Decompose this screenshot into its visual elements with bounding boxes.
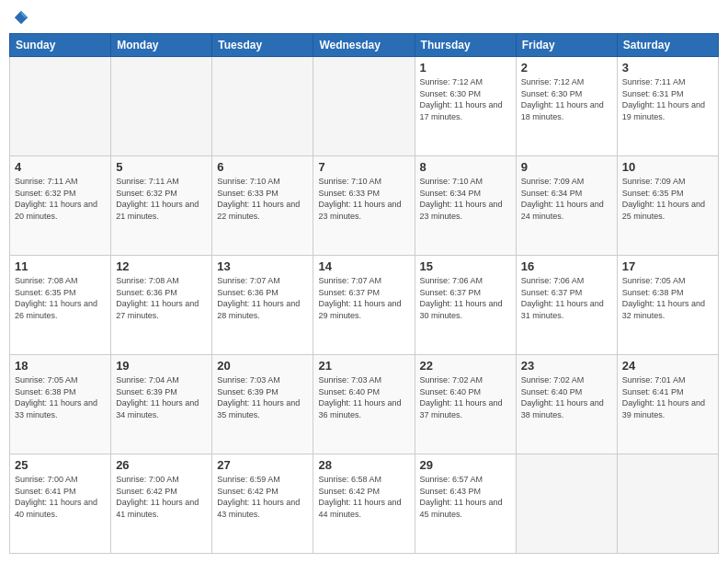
table-row: 11Sunrise: 7:08 AM Sunset: 6:35 PM Dayli… [10,256,111,355]
day-number: 11 [15,259,106,273]
day-number: 4 [15,160,106,174]
day-number: 27 [217,458,308,472]
table-row: 25Sunrise: 7:00 AM Sunset: 6:41 PM Dayli… [10,454,111,554]
day-info: Sunrise: 7:08 AM Sunset: 6:36 PM Dayligh… [116,275,207,321]
table-row [111,57,212,156]
table-row: 18Sunrise: 7:05 AM Sunset: 6:38 PM Dayli… [10,355,111,454]
table-row: 19Sunrise: 7:04 AM Sunset: 6:39 PM Dayli… [111,355,212,454]
table-row: 12Sunrise: 7:08 AM Sunset: 6:36 PM Dayli… [111,256,212,355]
day-info: Sunrise: 7:10 AM Sunset: 6:34 PM Dayligh… [420,176,511,222]
page: Sunday Monday Tuesday Wednesday Thursday… [0,0,728,563]
calendar-table: Sunday Monday Tuesday Wednesday Thursday… [9,33,719,554]
day-number: 2 [521,61,612,75]
day-info: Sunrise: 7:09 AM Sunset: 6:34 PM Dayligh… [521,176,612,222]
col-sunday: Sunday [10,34,111,57]
day-info: Sunrise: 7:03 AM Sunset: 6:39 PM Dayligh… [217,374,308,420]
day-info: Sunrise: 7:04 AM Sunset: 6:39 PM Dayligh… [116,374,207,420]
col-thursday: Thursday [415,34,516,57]
day-number: 10 [622,160,713,174]
day-info: Sunrise: 7:03 AM Sunset: 6:40 PM Dayligh… [318,374,409,420]
table-row: 3Sunrise: 7:11 AM Sunset: 6:31 PM Daylig… [617,57,718,156]
col-friday: Friday [516,34,617,57]
day-number: 26 [116,458,207,472]
calendar-week-row: 25Sunrise: 7:00 AM Sunset: 6:41 PM Dayli… [10,454,719,554]
day-number: 1 [420,61,511,75]
table-row: 22Sunrise: 7:02 AM Sunset: 6:40 PM Dayli… [415,355,516,454]
col-tuesday: Tuesday [212,34,313,57]
day-info: Sunrise: 7:07 AM Sunset: 6:37 PM Dayligh… [318,275,409,321]
table-row: 27Sunrise: 6:59 AM Sunset: 6:42 PM Dayli… [212,454,313,554]
day-info: Sunrise: 7:06 AM Sunset: 6:37 PM Dayligh… [420,275,511,321]
day-number: 13 [217,259,308,273]
calendar-header-row: Sunday Monday Tuesday Wednesday Thursday… [10,34,719,57]
day-info: Sunrise: 7:11 AM Sunset: 6:32 PM Dayligh… [116,176,207,222]
day-number: 8 [420,160,511,174]
day-number: 29 [420,458,511,472]
table-row: 20Sunrise: 7:03 AM Sunset: 6:39 PM Dayli… [212,355,313,454]
calendar-week-row: 1Sunrise: 7:12 AM Sunset: 6:30 PM Daylig… [10,57,719,156]
col-wednesday: Wednesday [313,34,415,57]
table-row: 26Sunrise: 7:00 AM Sunset: 6:42 PM Dayli… [111,454,212,554]
table-row [516,454,617,554]
day-number: 14 [318,259,409,273]
logo [13,9,31,26]
table-row: 8Sunrise: 7:10 AM Sunset: 6:34 PM Daylig… [415,156,516,256]
col-monday: Monday [111,34,212,57]
day-info: Sunrise: 7:10 AM Sunset: 6:33 PM Dayligh… [318,176,409,222]
table-row: 1Sunrise: 7:12 AM Sunset: 6:30 PM Daylig… [415,57,516,156]
day-number: 18 [15,359,106,373]
table-row: 24Sunrise: 7:01 AM Sunset: 6:41 PM Dayli… [617,355,718,454]
day-info: Sunrise: 6:57 AM Sunset: 6:43 PM Dayligh… [420,474,511,520]
table-row: 9Sunrise: 7:09 AM Sunset: 6:34 PM Daylig… [516,156,617,256]
table-row [212,57,313,156]
day-number: 15 [420,259,511,273]
day-number: 28 [318,458,409,472]
day-info: Sunrise: 7:02 AM Sunset: 6:40 PM Dayligh… [420,374,511,420]
day-info: Sunrise: 7:02 AM Sunset: 6:40 PM Dayligh… [521,374,612,420]
day-info: Sunrise: 7:05 AM Sunset: 6:38 PM Dayligh… [15,374,106,420]
table-row: 5Sunrise: 7:11 AM Sunset: 6:32 PM Daylig… [111,156,212,256]
table-row: 2Sunrise: 7:12 AM Sunset: 6:30 PM Daylig… [516,57,617,156]
calendar-week-row: 4Sunrise: 7:11 AM Sunset: 6:32 PM Daylig… [10,156,719,256]
day-number: 6 [217,160,308,174]
day-number: 16 [521,259,612,273]
table-row [617,454,718,554]
day-info: Sunrise: 7:00 AM Sunset: 6:42 PM Dayligh… [116,474,207,520]
table-row: 14Sunrise: 7:07 AM Sunset: 6:37 PM Dayli… [313,256,415,355]
table-row: 21Sunrise: 7:03 AM Sunset: 6:40 PM Dayli… [313,355,415,454]
day-number: 22 [420,359,511,373]
day-info: Sunrise: 7:01 AM Sunset: 6:41 PM Dayligh… [622,374,713,420]
table-row: 10Sunrise: 7:09 AM Sunset: 6:35 PM Dayli… [617,156,718,256]
day-info: Sunrise: 6:58 AM Sunset: 6:42 PM Dayligh… [318,474,409,520]
day-info: Sunrise: 7:05 AM Sunset: 6:38 PM Dayligh… [622,275,713,321]
day-number: 7 [318,160,409,174]
day-info: Sunrise: 7:12 AM Sunset: 6:30 PM Dayligh… [521,76,612,122]
day-info: Sunrise: 7:11 AM Sunset: 6:32 PM Dayligh… [15,176,106,222]
header [9,9,719,26]
table-row: 23Sunrise: 7:02 AM Sunset: 6:40 PM Dayli… [516,355,617,454]
day-number: 17 [622,259,713,273]
day-info: Sunrise: 7:06 AM Sunset: 6:37 PM Dayligh… [521,275,612,321]
day-info: Sunrise: 7:08 AM Sunset: 6:35 PM Dayligh… [15,275,106,321]
col-saturday: Saturday [617,34,718,57]
day-info: Sunrise: 7:07 AM Sunset: 6:36 PM Dayligh… [217,275,308,321]
day-number: 25 [15,458,106,472]
day-info: Sunrise: 7:12 AM Sunset: 6:30 PM Dayligh… [420,76,511,122]
day-info: Sunrise: 7:11 AM Sunset: 6:31 PM Dayligh… [622,76,713,122]
day-number: 9 [521,160,612,174]
table-row [313,57,415,156]
table-row: 13Sunrise: 7:07 AM Sunset: 6:36 PM Dayli… [212,256,313,355]
day-number: 12 [116,259,207,273]
table-row: 16Sunrise: 7:06 AM Sunset: 6:37 PM Dayli… [516,256,617,355]
day-number: 20 [217,359,308,373]
day-number: 21 [318,359,409,373]
day-number: 23 [521,359,612,373]
day-info: Sunrise: 7:09 AM Sunset: 6:35 PM Dayligh… [622,176,713,222]
table-row: 6Sunrise: 7:10 AM Sunset: 6:33 PM Daylig… [212,156,313,256]
table-row: 28Sunrise: 6:58 AM Sunset: 6:42 PM Dayli… [313,454,415,554]
table-row: 4Sunrise: 7:11 AM Sunset: 6:32 PM Daylig… [10,156,111,256]
day-info: Sunrise: 7:10 AM Sunset: 6:33 PM Dayligh… [217,176,308,222]
logo-icon [13,9,29,26]
table-row: 7Sunrise: 7:10 AM Sunset: 6:33 PM Daylig… [313,156,415,256]
day-info: Sunrise: 7:00 AM Sunset: 6:41 PM Dayligh… [15,474,106,520]
